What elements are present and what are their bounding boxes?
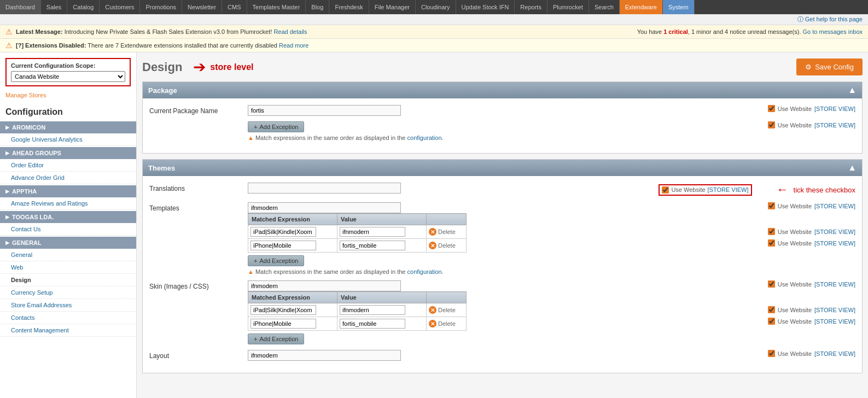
nav-extendware[interactable]: Extendware — [620, 0, 663, 14]
templates-input[interactable] — [248, 202, 401, 213]
sidebar-item-web[interactable]: Web — [0, 261, 136, 274]
match-note-package: ▲ Match expressions in the same order as… — [248, 134, 757, 141]
use-website-checkbox-1[interactable] — [768, 105, 775, 112]
skin-expression-input-1[interactable] — [251, 305, 316, 315]
use-website-templates-label-1: Use Website — [778, 203, 812, 209]
configuration-link-package[interactable]: configuration — [407, 134, 442, 141]
sidebar-item-amaze-reviews[interactable]: Amaze Reviews and Ratings — [0, 197, 136, 210]
add-exception-button-templates[interactable]: Add Exception — [248, 255, 304, 266]
sidebar-group-header-ahead[interactable]: AHEAD GROUPS — [0, 147, 136, 159]
skin-exception-delete-cell-2: ✕ Delete — [426, 317, 466, 331]
translations-input[interactable] — [248, 183, 401, 194]
use-website-layout-checkbox[interactable] — [768, 350, 775, 357]
delete-button-2[interactable]: ✕ Delete — [429, 242, 456, 249]
sidebar-item-content-management[interactable]: Content Management — [0, 324, 136, 337]
store-view-link-2[interactable]: [STORE VIEW] — [814, 122, 855, 128]
package-section-header[interactable]: Package ▲ — [143, 82, 862, 98]
delete-button-1[interactable]: ✕ Delete — [429, 228, 456, 236]
nav-file-manager[interactable]: File Manager — [369, 0, 416, 14]
arrow-annotation: ➔ store level — [193, 58, 253, 76]
nav-customers[interactable]: Customers — [100, 0, 140, 14]
templates-use-website-1: Use Website [STORE VIEW] — [768, 202, 855, 209]
skin-delete-button-1[interactable]: ✕ Delete — [429, 306, 456, 314]
exception-delete-cell: ✕ Delete — [426, 225, 466, 239]
use-website-translations-checkbox[interactable] — [662, 186, 669, 194]
store-view-skin-link-1[interactable]: [STORE VIEW] — [814, 281, 855, 288]
sidebar-item-order-editor[interactable]: Order Editor — [0, 159, 136, 172]
use-website-skin-checkbox-3[interactable] — [768, 318, 775, 325]
store-view-translations-link[interactable]: [STORE VIEW] — [708, 186, 749, 193]
nav-cloudinary[interactable]: Cloudinary — [416, 0, 456, 14]
nav-search[interactable]: Search — [589, 0, 620, 14]
nav-promotions[interactable]: Promotions — [140, 0, 182, 14]
sidebar-item-general[interactable]: General — [0, 249, 136, 261]
scope-select[interactable]: Canada Website Default Config Main Websi… — [11, 71, 125, 82]
sidebar-group-header-aromicon[interactable]: AROMICON — [0, 121, 136, 133]
current-package-input[interactable] — [248, 105, 401, 116]
use-website-skin-checkbox-1[interactable] — [768, 280, 775, 288]
exception-expression-input-2[interactable] — [251, 241, 316, 250]
manage-stores-link[interactable]: Manage Stores — [5, 92, 46, 98]
skin-value-input-2[interactable] — [340, 319, 405, 329]
sidebar-item-currency-setup[interactable]: Currency Setup — [0, 286, 136, 299]
store-view-skin-link-3[interactable]: [STORE VIEW] — [814, 318, 855, 325]
table-row: ✕ Delete — [248, 225, 467, 239]
sidebar-item-store-email[interactable]: Store Email Addresses — [0, 299, 136, 312]
get-help-link[interactable]: ⓘ Get help for this page — [797, 16, 863, 22]
skin-delete-button-2[interactable]: ✕ Delete — [429, 320, 456, 327]
nav-plumrocket[interactable]: Plumrocket — [547, 0, 589, 14]
themes-collapse-icon[interactable]: ▲ — [848, 163, 857, 173]
sidebar-item-google-analytics[interactable]: Google Universal Analytics — [0, 133, 136, 146]
nav-blog[interactable]: Blog — [306, 0, 329, 14]
use-website-skin-checkbox-2[interactable] — [768, 306, 775, 313]
configuration-link-templates[interactable]: configuration — [407, 268, 442, 275]
nav-templates-master[interactable]: Templates Master — [247, 0, 306, 14]
store-view-link-1[interactable]: [STORE VIEW] — [814, 106, 855, 112]
save-config-button[interactable]: Save Config — [796, 58, 863, 75]
exception-value-input-1[interactable] — [340, 227, 405, 237]
skin-expression-input-2[interactable] — [251, 319, 316, 329]
nav-newsletter[interactable]: Newsletter — [182, 0, 222, 14]
read-more-link[interactable]: Read more — [279, 42, 308, 49]
sidebar-group-header-apptha[interactable]: APPTHA — [0, 185, 136, 197]
add-exception-button-package[interactable]: Add Exception — [248, 121, 304, 132]
sidebar-item-advance-order-grid[interactable]: Advance Order Grid — [0, 172, 136, 184]
store-view-templates-link-3[interactable]: [STORE VIEW] — [814, 240, 855, 247]
use-website-templates-checkbox-2[interactable] — [768, 228, 775, 235]
nav-update-stock[interactable]: Update Stock IFN — [456, 0, 515, 14]
exception-expression-input-1[interactable] — [251, 227, 316, 237]
nav-catalog[interactable]: Catalog — [67, 0, 100, 14]
use-website-templates-checkbox-3[interactable] — [768, 239, 775, 247]
use-website-skin-label-1: Use Website — [778, 281, 812, 288]
package-collapse-icon[interactable]: ▲ — [848, 85, 857, 95]
nav-cms[interactable]: CMS — [222, 0, 247, 14]
store-view-skin-link-2[interactable]: [STORE VIEW] — [814, 307, 855, 313]
nav-reports[interactable]: Reports — [515, 0, 547, 14]
sidebar-group-header-toogas[interactable]: TOOGAS LDA. — [0, 211, 136, 223]
store-view-templates-link-1[interactable]: [STORE VIEW] — [814, 203, 855, 209]
sidebar-item-contacts[interactable]: Contacts — [0, 312, 136, 324]
nav-system[interactable]: System — [663, 0, 695, 14]
exception-value-input-2[interactable] — [340, 241, 405, 250]
use-website-checkbox-2[interactable] — [768, 121, 775, 128]
templates-use-website-2: Use Website [STORE VIEW] — [768, 228, 855, 235]
store-level-text: store level — [210, 62, 253, 72]
sidebar-item-contact-us[interactable]: Contact Us — [0, 223, 136, 236]
go-to-messages-link[interactable]: Go to messages inbox — [803, 28, 863, 35]
store-view-templates-link-2[interactable]: [STORE VIEW] — [814, 229, 855, 235]
read-details-link[interactable]: Read details — [273, 28, 307, 35]
skin-input[interactable] — [248, 280, 401, 291]
nav-sales[interactable]: Sales — [41, 0, 68, 14]
delete-icon-1: ✕ — [429, 228, 436, 236]
themes-section-header[interactable]: Themes ▲ — [143, 160, 862, 176]
layout-input[interactable] — [248, 350, 401, 361]
store-view-layout-link[interactable]: [STORE VIEW] — [814, 350, 855, 357]
sidebar-item-design[interactable]: Design — [0, 274, 136, 286]
use-website-translations-label: Use Website — [671, 186, 705, 193]
nav-freshdesk[interactable]: Freshdesk — [329, 0, 369, 14]
add-exception-button-skin[interactable]: Add Exception — [248, 333, 304, 344]
sidebar-group-header-general[interactable]: GENERAL — [0, 237, 136, 249]
skin-value-input-1[interactable] — [340, 305, 405, 315]
nav-dashboard[interactable]: Dashboard — [0, 0, 41, 14]
use-website-templates-checkbox-1[interactable] — [768, 202, 775, 209]
